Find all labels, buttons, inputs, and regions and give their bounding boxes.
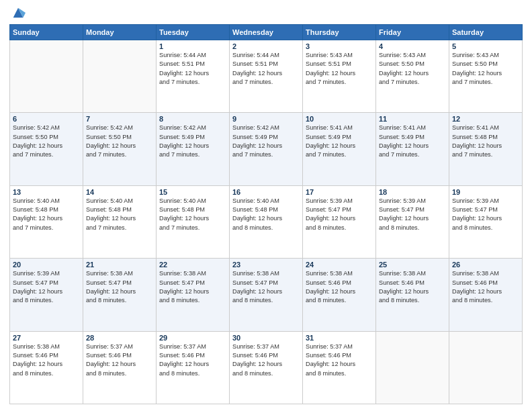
calendar-cell: 1Sunrise: 5:44 AM Sunset: 5:51 PM Daylig…: [157, 40, 230, 113]
day-info: Sunrise: 5:39 AM Sunset: 5:47 PM Dayligh…: [13, 269, 80, 305]
day-number: 28: [86, 334, 153, 342]
day-number: 2: [232, 42, 300, 50]
day-info: Sunrise: 5:44 AM Sunset: 5:51 PM Dayligh…: [232, 51, 300, 87]
calendar-cell: 30Sunrise: 5:37 AM Sunset: 5:46 PM Dayli…: [230, 331, 303, 404]
logo: [9, 8, 26, 20]
calendar-cell: 11Sunrise: 5:41 AM Sunset: 5:49 PM Dayli…: [376, 113, 449, 185]
day-number: 25: [379, 261, 446, 269]
calendar-cell: 9Sunrise: 5:42 AM Sunset: 5:49 PM Daylig…: [230, 113, 303, 185]
weekday-header-row: SundayMondayTuesdayWednesdayThursdayFrid…: [10, 25, 523, 40]
day-info: Sunrise: 5:37 AM Sunset: 5:46 PM Dayligh…: [159, 342, 226, 378]
day-info: Sunrise: 5:43 AM Sunset: 5:50 PM Dayligh…: [452, 51, 519, 87]
calendar-cell: [10, 40, 83, 113]
calendar-cell: 2Sunrise: 5:44 AM Sunset: 5:51 PM Daylig…: [230, 40, 303, 113]
calendar-cell: 7Sunrise: 5:42 AM Sunset: 5:50 PM Daylig…: [83, 113, 157, 185]
weekday-header-tuesday: Tuesday: [157, 25, 230, 40]
calendar-cell: 26Sunrise: 5:38 AM Sunset: 5:46 PM Dayli…: [449, 259, 523, 331]
day-info: Sunrise: 5:42 AM Sunset: 5:49 PM Dayligh…: [159, 124, 226, 159]
day-number: 17: [306, 188, 373, 196]
calendar-cell: 14Sunrise: 5:40 AM Sunset: 5:48 PM Dayli…: [83, 185, 157, 258]
calendar-cell: [449, 331, 523, 404]
day-info: Sunrise: 5:40 AM Sunset: 5:48 PM Dayligh…: [232, 197, 300, 232]
day-number: 29: [159, 334, 226, 342]
header: [9, 8, 523, 20]
day-info: Sunrise: 5:39 AM Sunset: 5:47 PM Dayligh…: [379, 197, 446, 232]
calendar-cell: 13Sunrise: 5:40 AM Sunset: 5:48 PM Dayli…: [10, 185, 83, 258]
day-number: 22: [159, 261, 226, 269]
calendar-cell: [83, 40, 157, 113]
day-number: 7: [86, 115, 153, 123]
day-number: 12: [452, 115, 519, 123]
calendar-cell: 3Sunrise: 5:43 AM Sunset: 5:51 PM Daylig…: [303, 40, 376, 113]
weekday-header-friday: Friday: [376, 25, 449, 40]
day-info: Sunrise: 5:39 AM Sunset: 5:47 PM Dayligh…: [452, 197, 519, 232]
day-info: Sunrise: 5:42 AM Sunset: 5:50 PM Dayligh…: [13, 124, 80, 159]
calendar-cell: 16Sunrise: 5:40 AM Sunset: 5:48 PM Dayli…: [230, 185, 303, 258]
day-info: Sunrise: 5:40 AM Sunset: 5:48 PM Dayligh…: [13, 197, 80, 232]
day-number: 18: [379, 188, 446, 196]
calendar-cell: 12Sunrise: 5:41 AM Sunset: 5:48 PM Dayli…: [449, 113, 523, 185]
weekday-header-saturday: Saturday: [449, 25, 523, 40]
calendar-week-row: 1Sunrise: 5:44 AM Sunset: 5:51 PM Daylig…: [10, 40, 523, 113]
calendar-cell: 10Sunrise: 5:41 AM Sunset: 5:49 PM Dayli…: [303, 113, 376, 185]
calendar-cell: 25Sunrise: 5:38 AM Sunset: 5:46 PM Dayli…: [376, 259, 449, 331]
calendar-cell: 4Sunrise: 5:43 AM Sunset: 5:50 PM Daylig…: [376, 40, 449, 113]
calendar-cell: 17Sunrise: 5:39 AM Sunset: 5:47 PM Dayli…: [303, 185, 376, 258]
calendar-cell: 15Sunrise: 5:40 AM Sunset: 5:48 PM Dayli…: [157, 185, 230, 258]
day-number: 23: [232, 261, 300, 269]
day-number: 21: [86, 261, 153, 269]
calendar-cell: 29Sunrise: 5:37 AM Sunset: 5:46 PM Dayli…: [157, 331, 230, 404]
day-number: 31: [306, 334, 373, 342]
calendar-cell: 8Sunrise: 5:42 AM Sunset: 5:49 PM Daylig…: [157, 113, 230, 185]
day-number: 6: [13, 115, 80, 123]
day-info: Sunrise: 5:40 AM Sunset: 5:48 PM Dayligh…: [159, 197, 226, 232]
day-number: 10: [306, 115, 373, 123]
page: SundayMondayTuesdayWednesdayThursdayFrid…: [0, 0, 532, 411]
day-number: 26: [452, 261, 519, 269]
day-number: 19: [452, 188, 519, 196]
day-info: Sunrise: 5:38 AM Sunset: 5:46 PM Dayligh…: [452, 269, 519, 305]
day-info: Sunrise: 5:43 AM Sunset: 5:50 PM Dayligh…: [379, 51, 446, 87]
day-number: 30: [232, 334, 300, 342]
calendar-cell: 19Sunrise: 5:39 AM Sunset: 5:47 PM Dayli…: [449, 185, 523, 258]
day-info: Sunrise: 5:40 AM Sunset: 5:48 PM Dayligh…: [86, 197, 153, 232]
calendar-week-row: 20Sunrise: 5:39 AM Sunset: 5:47 PM Dayli…: [10, 259, 523, 331]
day-info: Sunrise: 5:42 AM Sunset: 5:50 PM Dayligh…: [86, 124, 153, 159]
day-number: 20: [13, 261, 80, 269]
day-info: Sunrise: 5:38 AM Sunset: 5:46 PM Dayligh…: [379, 269, 446, 305]
day-info: Sunrise: 5:38 AM Sunset: 5:47 PM Dayligh…: [159, 269, 226, 305]
day-number: 16: [232, 188, 300, 196]
day-info: Sunrise: 5:37 AM Sunset: 5:46 PM Dayligh…: [86, 342, 153, 378]
day-info: Sunrise: 5:44 AM Sunset: 5:51 PM Dayligh…: [159, 51, 226, 87]
day-number: 14: [86, 188, 153, 196]
weekday-header-monday: Monday: [83, 25, 157, 40]
day-info: Sunrise: 5:42 AM Sunset: 5:49 PM Dayligh…: [232, 124, 300, 159]
day-number: 11: [379, 115, 446, 123]
calendar-cell: 5Sunrise: 5:43 AM Sunset: 5:50 PM Daylig…: [449, 40, 523, 113]
day-number: 3: [306, 42, 373, 50]
calendar-week-row: 6Sunrise: 5:42 AM Sunset: 5:50 PM Daylig…: [10, 113, 523, 185]
logo-icon: [11, 5, 26, 20]
day-number: 24: [306, 261, 373, 269]
calendar-week-row: 13Sunrise: 5:40 AM Sunset: 5:48 PM Dayli…: [10, 185, 523, 258]
day-number: 5: [452, 42, 519, 50]
calendar-cell: 6Sunrise: 5:42 AM Sunset: 5:50 PM Daylig…: [10, 113, 83, 185]
calendar-cell: 22Sunrise: 5:38 AM Sunset: 5:47 PM Dayli…: [157, 259, 230, 331]
calendar-cell: [376, 331, 449, 404]
day-info: Sunrise: 5:41 AM Sunset: 5:48 PM Dayligh…: [452, 124, 519, 159]
calendar-cell: 28Sunrise: 5:37 AM Sunset: 5:46 PM Dayli…: [83, 331, 157, 404]
day-info: Sunrise: 5:43 AM Sunset: 5:51 PM Dayligh…: [306, 51, 373, 87]
calendar-cell: 27Sunrise: 5:38 AM Sunset: 5:46 PM Dayli…: [10, 331, 83, 404]
day-number: 1: [159, 42, 226, 50]
day-number: 15: [159, 188, 226, 196]
day-number: 27: [13, 334, 80, 342]
calendar-cell: 23Sunrise: 5:38 AM Sunset: 5:47 PM Dayli…: [230, 259, 303, 331]
day-number: 4: [379, 42, 446, 50]
calendar-table: SundayMondayTuesdayWednesdayThursdayFrid…: [9, 24, 523, 404]
day-info: Sunrise: 5:37 AM Sunset: 5:46 PM Dayligh…: [306, 342, 373, 378]
day-number: 9: [232, 115, 300, 123]
day-info: Sunrise: 5:38 AM Sunset: 5:47 PM Dayligh…: [86, 269, 153, 305]
day-info: Sunrise: 5:38 AM Sunset: 5:46 PM Dayligh…: [306, 269, 373, 305]
weekday-header-sunday: Sunday: [10, 25, 83, 40]
day-info: Sunrise: 5:39 AM Sunset: 5:47 PM Dayligh…: [306, 197, 373, 232]
